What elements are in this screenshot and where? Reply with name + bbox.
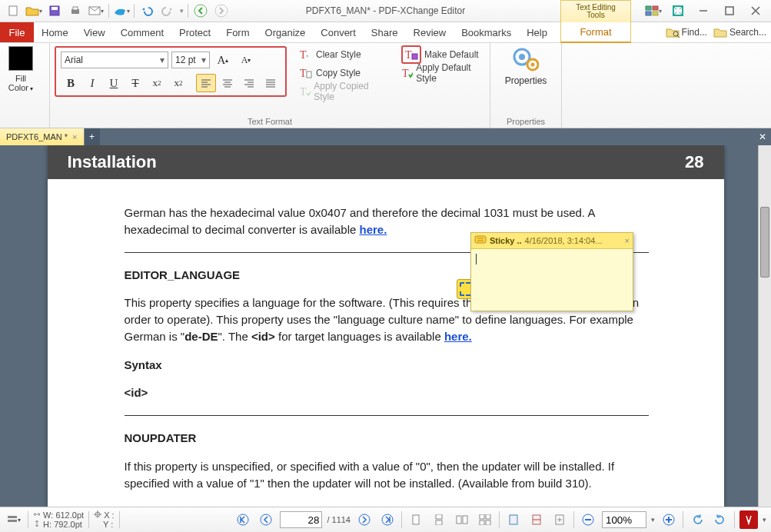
minimize-button[interactable] [693,2,714,19]
next-page-icon[interactable] [355,510,374,529]
zoom-in-icon[interactable] [660,510,678,529]
sticky-close-icon[interactable]: × [625,236,630,245]
tab-file[interactable]: File [0,22,34,42]
menu-bar: File Home View Comment Protect Form Orga… [0,22,771,43]
rotate-ccw-icon[interactable] [688,510,706,529]
apply-default-style-button[interactable]: TApply Default Style [398,65,485,81]
quick-access-toolbar: ▾ ▾ ▾ ▾ [0,2,234,20]
fill-color-label[interactable]: Fill Color ▾ [5,74,37,94]
print-icon[interactable] [65,2,85,20]
italic-icon[interactable]: I [82,74,102,92]
layout-continuous-icon[interactable] [430,510,448,529]
svg-text:T: T [402,68,409,79]
para2b-text: ". The [218,330,251,343]
open-folder-icon[interactable]: ▾ [24,2,44,20]
underline-icon[interactable]: U [104,74,124,92]
search-button[interactable]: Search... [713,26,766,38]
nav-fwd-icon[interactable] [211,2,231,20]
align-right-icon[interactable] [239,74,259,92]
tab-organize[interactable]: Organize [258,22,314,42]
shrink-font-icon[interactable]: A▾ [236,51,256,69]
align-left-icon[interactable] [196,74,216,92]
properties-group-label: Properties [495,115,557,126]
ui-options-icon[interactable]: ▾ [643,2,663,20]
here-link-2[interactable]: here. [444,330,472,343]
page-number-input[interactable] [280,511,322,528]
heading-syntax: Syntax [125,357,649,374]
fill-color-swatch[interactable] [8,46,33,71]
tab-share[interactable]: Share [364,22,406,42]
pdf-page[interactable]: Installation 28 German has the hexadecim… [48,145,724,507]
vertical-scrollbar[interactable] [758,145,771,507]
new-tab-button[interactable]: + [85,128,100,145]
bold-icon[interactable]: B [61,74,81,92]
font-name-combo[interactable]: Arial▾ [61,52,168,68]
layout-single-icon[interactable] [407,510,425,529]
close-button[interactable] [745,2,766,19]
fit-width-icon[interactable] [527,510,546,529]
document-tab-label: PDFXT6_MAN * [6,132,68,141]
maximize-button[interactable] [719,2,740,19]
tab-bar-close-icon[interactable]: ✕ [754,128,771,145]
fullscreen-icon[interactable] [668,2,688,20]
copy-style-button[interactable]: TCopy Style [296,65,383,81]
nav-back-icon[interactable] [191,2,211,20]
tab-help[interactable]: Help [519,22,555,42]
document-tab[interactable]: PDFXT6_MAN * × [0,128,85,145]
tab-bookmarks[interactable]: Bookmarks [454,22,519,42]
syntax-value: <id> [125,384,649,401]
page-body: German has the hexadecimal value 0x0407 … [48,179,724,507]
clear-style-button[interactable]: T▫Clear Style [296,46,383,63]
svg-rect-60 [457,516,461,524]
tab-convert[interactable]: Convert [313,22,364,42]
email-icon[interactable]: ▾ [86,2,106,20]
svg-point-7 [215,5,228,17]
redo-icon[interactable] [158,2,178,20]
grow-font-icon[interactable]: A▴ [213,51,233,69]
rotate-cw-icon[interactable] [711,510,729,529]
strikethrough-icon[interactable]: T [125,74,145,92]
layout-facing-icon[interactable] [453,510,471,529]
page-header: Installation 28 [48,145,724,179]
options-icon[interactable]: ▾ [5,510,23,529]
superscript-icon[interactable]: x2 [168,74,188,92]
document-tab-bar: PDFXT6_MAN * × + ✕ [0,128,771,145]
tab-view[interactable]: View [76,22,113,42]
tab-home[interactable]: Home [34,22,76,42]
sticky-note-header[interactable]: Sticky .. 4/16/2018, 3:14:04... × [471,233,633,249]
prev-page-icon[interactable] [257,510,275,529]
fit-actual-icon[interactable] [550,510,569,529]
fit-page-icon[interactable] [504,510,523,529]
first-page-icon[interactable] [234,510,252,529]
svg-rect-10 [646,12,651,15]
scrollbar-thumb[interactable] [760,207,769,278]
undo-icon[interactable] [137,2,157,20]
document-tab-close-icon[interactable]: × [72,132,77,141]
scan-icon[interactable]: ▾ [111,2,131,20]
adobe-icon[interactable] [739,510,758,529]
subscript-icon[interactable]: x2 [147,74,167,92]
tab-comment[interactable]: Comment [113,22,171,42]
tab-form[interactable]: Form [218,22,257,42]
align-justify-icon[interactable] [261,74,281,92]
font-size-combo[interactable]: 12 pt▾ [171,52,210,68]
save-icon[interactable] [45,2,65,20]
tab-review[interactable]: Review [406,22,454,42]
here-link-1[interactable]: here. [359,223,387,236]
svg-point-54 [261,514,271,525]
layout-facing-cont-icon[interactable] [476,510,494,529]
zoom-input[interactable] [602,511,646,528]
sticky-note-textarea[interactable] [471,249,633,311]
tab-format[interactable]: Format [560,22,631,43]
align-center-icon[interactable] [218,74,238,92]
context-tab-line2: Tools [587,12,604,19]
new-doc-icon[interactable] [3,2,23,20]
find-button[interactable]: Find... [666,26,707,38]
zoom-out-icon[interactable] [579,510,597,529]
last-page-icon[interactable] [378,510,397,529]
sticky-note-popup[interactable]: Sticky .. 4/16/2018, 3:14:04... × [470,232,633,311]
make-default-button[interactable]: TMake Default [398,46,485,63]
document-viewer: Installation 28 German has the hexadecim… [0,145,771,507]
tab-protect[interactable]: Protect [171,22,218,42]
properties-button[interactable]: Properties [499,46,553,88]
